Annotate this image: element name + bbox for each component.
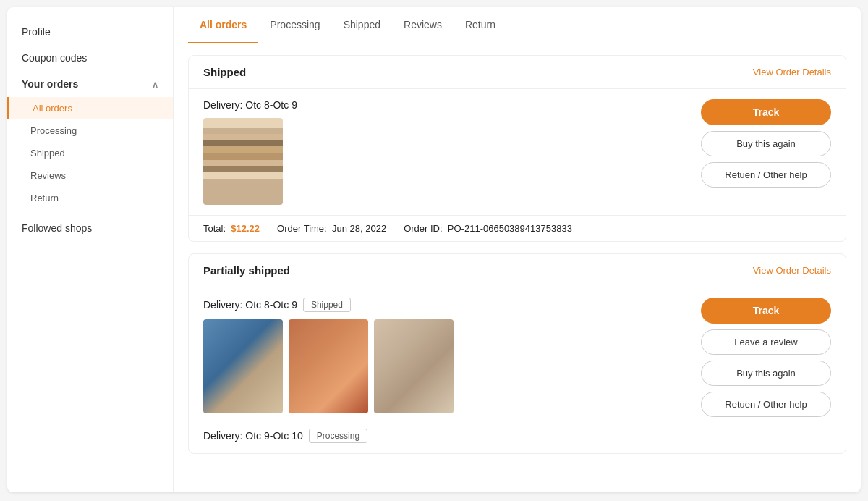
order-2-delivery-label: Delivery: Otc 8-Otc 9 Shipped	[203, 298, 689, 312]
order-1-delivery-label: Delivery: Otc 8-Otc 9	[203, 99, 689, 111]
order-card-1: Shipped View Order Details Delivery: Otc…	[188, 55, 846, 242]
order-card-2: Partially shipped View Order Details Del…	[188, 253, 846, 454]
order-1-left: Delivery: Otc 8-Otc 9	[203, 99, 689, 205]
order-1-total: Total: $12.22	[203, 223, 260, 234]
chevron-up-icon	[152, 78, 158, 90]
order-2-second-delivery-label: Delivery: Otc 9-Otc 10	[203, 430, 303, 442]
order-2-leave-review-button[interactable]: Leave a review	[701, 329, 831, 355]
sidebar-sub-processing[interactable]: Processing	[7, 119, 173, 142]
order-2-second-delivery: Delivery: Otc 9-Otc 10 Processing	[203, 429, 831, 443]
tab-processing[interactable]: Processing	[258, 7, 331, 43]
sidebar: Profile Coupon codes Your orders All ord…	[7, 7, 174, 492]
sidebar-item-coupon[interactable]: Coupon codes	[7, 45, 173, 71]
sidebar-item-followed-shops[interactable]: Followed shops	[7, 215, 173, 241]
order-1-product-image	[203, 118, 283, 205]
order-1-total-value: $12.22	[231, 223, 260, 234]
orders-container: Shipped View Order Details Delivery: Otc…	[174, 43, 861, 466]
order-2-product-image-3	[374, 319, 454, 413]
order-2-body: Delivery: Otc 8-Otc 9 Shipped Track	[189, 287, 846, 453]
sidebar-sub-return[interactable]: Return	[7, 187, 173, 209]
order-2-actions: Track Leave a review Buy this again Retu…	[701, 298, 831, 417]
order-1-status: Shipped	[203, 66, 246, 78]
order-1-time-value: Jun 28, 2022	[332, 223, 386, 234]
order-1-delivery-row: Delivery: Otc 8-Otc 9 Track Buy this aga…	[203, 99, 831, 205]
tabs-bar: All orders Processing Shipped Reviews Re…	[174, 7, 861, 43]
main-content: All orders Processing Shipped Reviews Re…	[174, 7, 861, 492]
order-1-view-details[interactable]: View Order Details	[753, 67, 831, 77]
order-2-product-image-2	[289, 319, 368, 413]
order-2-product-image-1	[203, 319, 283, 413]
sidebar-orders-label: Your orders	[22, 78, 78, 90]
order-card-2-header: Partially shipped View Order Details	[189, 254, 846, 287]
order-2-status: Partially shipped	[203, 264, 290, 277]
order-2-images	[203, 319, 689, 413]
order-card-1-header: Shipped View Order Details	[189, 56, 846, 89]
order-2-view-details[interactable]: View Order Details	[753, 265, 831, 276]
tab-all-orders[interactable]: All orders	[188, 7, 258, 43]
sidebar-item-profile[interactable]: Profile	[7, 19, 173, 45]
order-2-shipped-badge: Shipped	[303, 298, 351, 312]
order-1-body: Delivery: Otc 8-Otc 9 Track Buy this aga…	[189, 89, 846, 215]
sidebar-sub-all-orders[interactable]: All orders	[7, 97, 173, 119]
sidebar-sub-shipped[interactable]: Shipped	[7, 142, 173, 164]
order-1-images	[203, 118, 689, 205]
order-2-return-button[interactable]: Retuen / Other help	[701, 392, 831, 417]
order-2-left: Delivery: Otc 8-Otc 9 Shipped	[203, 298, 689, 413]
tab-return[interactable]: Return	[454, 7, 507, 43]
tab-shipped[interactable]: Shipped	[332, 7, 392, 43]
page-wrapper: Profile Coupon codes Your orders All ord…	[7, 7, 861, 492]
order-2-buy-again-button[interactable]: Buy this again	[701, 361, 831, 386]
order-1-return-button[interactable]: Retuen / Other help	[701, 162, 831, 188]
order-1-id: Order ID: PO-211-06650389413753833	[404, 223, 572, 234]
tab-reviews[interactable]: Reviews	[392, 7, 454, 43]
order-1-track-button[interactable]: Track	[701, 99, 831, 125]
order-1-buy-again-button[interactable]: Buy this again	[701, 131, 831, 156]
order-2-processing-badge: Processing	[309, 429, 367, 443]
order-1-id-value: PO-211-06650389413753833	[448, 223, 572, 234]
order-2-track-button[interactable]: Track	[701, 298, 831, 324]
order-2-delivery-row: Delivery: Otc 8-Otc 9 Shipped Track	[203, 298, 831, 417]
order-1-actions: Track Buy this again Retuen / Other help	[701, 99, 831, 188]
sidebar-section-orders[interactable]: Your orders	[7, 71, 173, 97]
order-1-footer: Total: $12.22 Order Time: Jun 28, 2022 O…	[189, 215, 846, 241]
order-1-time: Order Time: Jun 28, 2022	[277, 223, 386, 234]
sidebar-sub-reviews[interactable]: Reviews	[7, 164, 173, 187]
